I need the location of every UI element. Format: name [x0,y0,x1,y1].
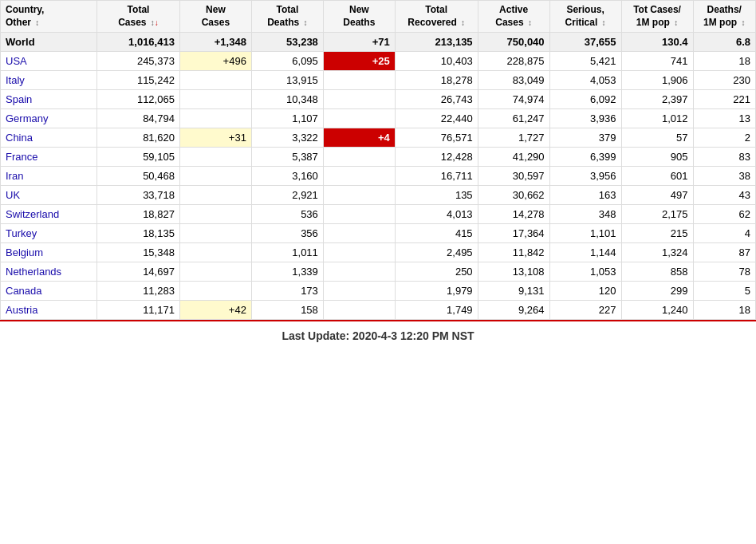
row-deaths-pop: 43 [693,186,755,205]
header-new-deaths[interactable]: NewDeaths [323,1,395,33]
country-link[interactable]: Germany [6,112,48,124]
sort-icon-cases-pop: ↕ [674,18,678,28]
row-new-cases: +42 [179,301,251,320]
row-new-cases [179,167,251,186]
row-new-cases [179,90,251,109]
row-new-deaths [323,90,395,109]
row-serious-critical: 1,101 [549,224,621,243]
row-total-cases: 245,373 [97,52,180,71]
world-deaths-pop: 6.8 [693,33,755,52]
sort-icon-total-recovered: ↕ [461,18,465,28]
row-tot-cases-pop: 601 [621,167,693,186]
row-total-cases: 50,468 [97,167,180,186]
row-new-cases [179,109,251,128]
row-active-cases: 61,247 [478,109,549,128]
header-tot-cases-pop[interactable]: Tot Cases/1M pop ↕ [621,1,693,33]
row-total-cases: 18,135 [97,224,180,243]
row-active-cases: 30,597 [478,167,549,186]
row-total-deaths: 536 [251,205,323,224]
row-total-recovered: 76,571 [395,128,478,148]
row-tot-cases-pop: 1,240 [621,301,693,320]
country-link[interactable]: UK [6,189,20,201]
country-link[interactable]: China [6,132,33,144]
row-deaths-pop: 5 [693,282,755,301]
row-country[interactable]: USA [1,52,97,71]
row-country[interactable]: Netherlands [1,262,97,282]
world-tot-cases-pop: 130.4 [621,33,693,52]
sort-icon-deaths-pop: ↕ [741,18,745,28]
table-row: Canada11,2831731,9799,1311202995 [1,282,756,301]
row-country[interactable]: France [1,148,97,167]
table-row: Switzerland18,8275364,01314,2783482,1756… [1,205,756,224]
row-total-recovered: 2,495 [395,243,478,262]
header-country[interactable]: Country,Other ↕ [1,1,97,33]
header-total-cases[interactable]: TotalCases ↕↓ [97,1,180,33]
row-new-cases [179,282,251,301]
row-country[interactable]: Austria [1,301,97,320]
row-country[interactable]: Switzerland [1,205,97,224]
header-serious-critical[interactable]: Serious,Critical ↕ [549,1,621,33]
row-total-cases: 15,348 [97,243,180,262]
header-active-cases[interactable]: ActiveCases ↕ [478,1,549,33]
row-total-recovered: 22,440 [395,109,478,128]
world-total-deaths: 53,238 [251,33,323,52]
row-country[interactable]: Spain [1,90,97,109]
row-new-deaths [323,205,395,224]
row-country[interactable]: Iran [1,167,97,186]
row-new-deaths [323,301,395,320]
row-total-cases: 11,283 [97,282,180,301]
row-total-deaths: 2,921 [251,186,323,205]
row-country[interactable]: Canada [1,282,97,301]
row-new-deaths [323,109,395,128]
row-country[interactable]: Germany [1,109,97,128]
row-country[interactable]: Belgium [1,243,97,262]
country-link[interactable]: Italy [6,74,25,86]
country-link[interactable]: Switzerland [6,208,59,220]
row-total-cases: 18,827 [97,205,180,224]
row-total-cases: 33,718 [97,186,180,205]
row-active-cases: 41,290 [478,148,549,167]
header-total-deaths[interactable]: TotalDeaths ↕ [251,1,323,33]
world-country: World [1,33,97,52]
row-active-cases: 13,108 [478,262,549,282]
header-deaths-pop[interactable]: Deaths/1M pop ↕ [693,1,755,33]
row-deaths-pop: 4 [693,224,755,243]
row-tot-cases-pop: 741 [621,52,693,71]
row-total-deaths: 10,348 [251,90,323,109]
row-country[interactable]: China [1,128,97,148]
country-link[interactable]: Austria [6,304,37,316]
row-total-deaths: 1,107 [251,109,323,128]
country-link[interactable]: Belgium [6,246,43,258]
row-active-cases: 1,727 [478,128,549,148]
world-new-cases: +1,348 [179,33,251,52]
country-link[interactable]: Iran [6,170,23,182]
country-link[interactable]: Turkey [6,227,37,239]
covid-table: Country,Other ↕ TotalCases ↕↓ NewCases T… [0,0,756,320]
country-link[interactable]: France [6,151,37,163]
row-new-deaths [323,282,395,301]
header-total-recovered[interactable]: TotalRecovered ↕ [395,1,478,33]
country-link[interactable]: Canada [6,285,42,297]
country-link[interactable]: USA [6,55,27,67]
row-new-deaths [323,243,395,262]
row-country[interactable]: Italy [1,71,97,90]
row-country[interactable]: Turkey [1,224,97,243]
row-total-recovered: 18,278 [395,71,478,90]
row-serious-critical: 5,421 [549,52,621,71]
table-row: Netherlands14,6971,33925013,1081,0538587… [1,262,756,282]
header-new-cases[interactable]: NewCases [179,1,251,33]
row-serious-critical: 379 [549,128,621,148]
table-row: Italy115,24213,91518,27883,0494,0531,906… [1,71,756,90]
country-link[interactable]: Netherlands [6,266,61,278]
row-tot-cases-pop: 299 [621,282,693,301]
row-total-recovered: 250 [395,262,478,282]
row-active-cases: 9,131 [478,282,549,301]
row-active-cases: 17,364 [478,224,549,243]
row-country[interactable]: UK [1,186,97,205]
row-new-cases [179,148,251,167]
row-active-cases: 74,974 [478,90,549,109]
country-link[interactable]: Spain [6,93,32,105]
table-row: USA245,373+4966,095+2510,403228,8755,421… [1,52,756,71]
row-total-recovered: 16,711 [395,167,478,186]
row-deaths-pop: 83 [693,148,755,167]
